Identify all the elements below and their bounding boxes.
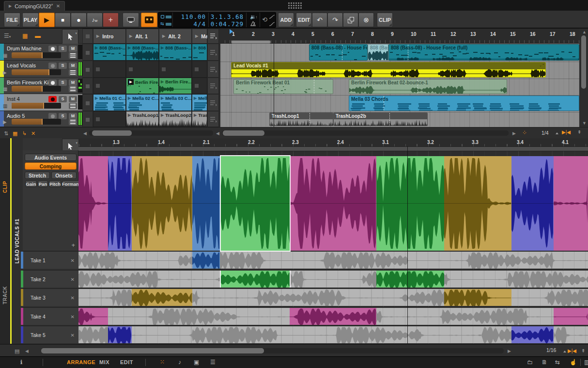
pitch-button[interactable]: Pitch: [49, 180, 61, 187]
play-menu-button[interactable]: PLAY: [22, 13, 39, 27]
track-expand-button[interactable]: [69, 103, 77, 109]
project-tab[interactable]: ▶ CompingGUI22˚ ✕: [4, 1, 65, 11]
scene-header-intro[interactable]: ▶Intro: [93, 29, 126, 44]
launcher-hscroll-thumb[interactable]: [92, 130, 132, 136]
volume-fader[interactable]: [12, 69, 61, 75]
clip-play-icon[interactable]: ▶: [161, 96, 164, 100]
take-header-1[interactable]: Take 1✕: [23, 251, 78, 269]
stopall-cell[interactable]: [207, 94, 219, 111]
mute-button[interactable]: M: [69, 46, 77, 52]
take-3-highlight-1[interactable]: [132, 289, 192, 306]
show-arranger-icon[interactable]: ▬: [35, 32, 41, 39]
note-link-icon[interactable]: ♪: [178, 359, 181, 366]
arranger-clip-808-bass-08-house-force-full-[interactable]: 808 (Bass-08) - House Force (full): [388, 44, 579, 61]
clip-launcher-dots-icon[interactable]: ⁙: [160, 359, 165, 366]
stop-clip-icon[interactable]: [86, 51, 90, 55]
editor-snap-value[interactable]: 1/16: [546, 347, 556, 353]
tab-edit[interactable]: EDIT: [120, 359, 133, 365]
arranger-timeline[interactable]: 808 (Bass-08) - House Force (808 (Bas808…: [220, 44, 579, 127]
clip-play-icon[interactable]: ▶: [161, 80, 164, 84]
take-2-highlight-2[interactable]: [376, 271, 444, 288]
arranger-loop-bar[interactable]: [231, 40, 271, 44]
clip-playing-icon[interactable]: ▶: [128, 79, 134, 85]
volume-fader[interactable]: [12, 119, 61, 125]
stop-all-track-icon[interactable]: [210, 83, 217, 89]
arranger-grid-icon[interactable]: ⇞: [577, 129, 581, 135]
take-header-4[interactable]: Take 4✕: [23, 307, 78, 325]
clip-play-icon[interactable]: ▶: [194, 96, 197, 100]
show-launcher-icon[interactable]: ▦: [22, 32, 28, 39]
take-3-highlight-2[interactable]: [444, 289, 511, 306]
overdub-button[interactable]: ♪w: [87, 13, 103, 27]
tempo-value[interactable]: 110.00: [173, 13, 208, 20]
comp-segment-5-take-2[interactable]: [221, 156, 290, 251]
clip-play-icon[interactable]: ▶: [128, 113, 131, 117]
undo-button[interactable]: ↶: [312, 13, 327, 27]
editor-snap-caret-icon[interactable]: [563, 351, 566, 352]
clip-slot-trashloop2b[interactable]: ▶TrashLoop2b: [159, 111, 192, 127]
position-section[interactable]: 3.1.3.68 0:04.729: [209, 13, 247, 27]
swap-tracks-icon[interactable]: ⇅: [4, 130, 8, 137]
clip-play-icon[interactable]: ▶: [128, 46, 131, 50]
solo-button[interactable]: S: [59, 80, 67, 86]
clip-stop-cell[interactable]: [82, 111, 93, 127]
scroll-up-icon[interactable]: ▲: [582, 30, 587, 34]
take-delete-icon[interactable]: ✕: [71, 276, 75, 282]
clip-slot-trash[interactable]: ▶Trash: [192, 111, 207, 127]
arranger-clip-trashloop2b[interactable]: TrashLoop2b: [333, 112, 428, 126]
editor-grid-icon[interactable]: ⇞: [581, 348, 585, 353]
automation-curve-icon[interactable]: [269, 15, 275, 19]
empty-clip-slot[interactable]: [159, 61, 192, 78]
time-signature-value[interactable]: 4/4: [173, 20, 208, 28]
track-header-berlin-firework-kit[interactable]: Berlin Firework KitSM▦: [0, 78, 82, 94]
scene-play-icon[interactable]: ▶: [195, 34, 198, 38]
take-lane-4[interactable]: [78, 307, 588, 325]
arranger-vscroll-thumb[interactable]: [581, 35, 586, 89]
empty-clip-slot[interactable]: [192, 61, 207, 78]
solo-button[interactable]: S: [59, 46, 67, 52]
scene-header-alt2[interactable]: ▶Alt. 2: [159, 29, 192, 44]
comping-canvas[interactable]: [78, 151, 588, 344]
scene-header-alt1[interactable]: ▶Alt. 1: [126, 29, 159, 44]
scroll-down-icon[interactable]: ▼: [582, 121, 587, 126]
stop-clip-icon[interactable]: [86, 84, 90, 88]
snap-caret-icon[interactable]: [556, 132, 558, 134]
playhead-time-value[interactable]: 0:04.729: [209, 20, 246, 28]
add-record-source-button[interactable]: +: [103, 13, 119, 27]
gain-button[interactable]: Gain: [25, 180, 37, 187]
track-expand-button[interactable]: [69, 52, 77, 59]
clip-slot-808-bass-[interactable]: ▶808 (Bass-...: [159, 44, 192, 61]
play-button[interactable]: ▶: [39, 13, 55, 27]
clip-slot-808-bass-[interactable]: ▶808 (Bass-...: [93, 44, 126, 61]
take-1-highlight-1[interactable]: [192, 252, 220, 269]
stopall-cell[interactable]: [207, 61, 219, 78]
clip-stop-cell[interactable]: [82, 44, 93, 61]
arranger-hscroll-track[interactable]: [222, 130, 509, 136]
track-expand-button[interactable]: [69, 119, 77, 125]
track-name[interactable]: Audio 5: [7, 113, 25, 119]
editor-loop-band[interactable]: [78, 146, 588, 151]
arranger-scroll-right-icon[interactable]: ▶: [512, 131, 516, 136]
take-lane-5[interactable]: [78, 325, 588, 343]
stop-button[interactable]: ■: [55, 13, 71, 27]
track-header-inst-4[interactable]: Inst 4SM▥: [0, 94, 82, 111]
track-name[interactable]: Inst 4: [7, 96, 20, 102]
scene-play-icon[interactable]: ▶: [162, 34, 165, 38]
volume-fader[interactable]: [12, 103, 61, 109]
track-header-lead-vocals[interactable]: Lead VocalsSM▶: [0, 61, 82, 78]
project-tab-close-icon[interactable]: ✕: [56, 3, 60, 9]
arranger-vertical-scrollbar[interactable]: ▲ ▼: [579, 29, 588, 127]
mute-button[interactable]: M: [69, 80, 77, 86]
bitwig-logo-dots-icon[interactable]: [288, 2, 302, 9]
clip-slot-mella-01-c-[interactable]: ▶Mella 01 C...: [93, 94, 126, 111]
empty-clip-slot[interactable]: [126, 61, 159, 78]
clip-fold-icon[interactable]: ⌄⌃: [539, 64, 544, 68]
solo-button[interactable]: S: [59, 96, 67, 102]
take-5-highlight-2[interactable]: [511, 326, 554, 343]
comp-segment-3-take-3[interactable]: [132, 156, 192, 251]
arranger-clip-808-bass-08-house-force-[interactable]: 808 (Bass-08) - House Force (: [309, 44, 368, 61]
count-in-icon[interactable]: 🔉!: [250, 14, 257, 19]
clip-play-icon[interactable]: ▶: [95, 46, 98, 50]
take-4-highlight-2[interactable]: [290, 308, 376, 325]
clip-slot-berlin-fire-[interactable]: ▶Berlin Fire...: [159, 78, 192, 94]
